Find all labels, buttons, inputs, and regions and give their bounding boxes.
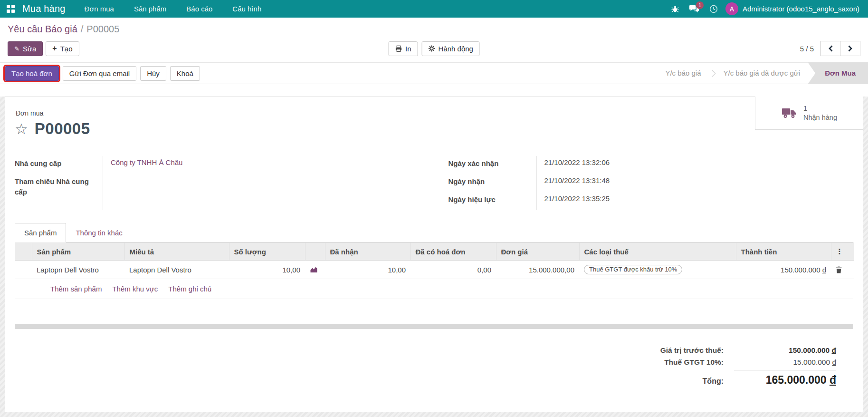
effective-date-value[interactable]: 21/10/2022 13:35:25: [537, 194, 610, 203]
subtotal-amount: 150.000.000: [781, 266, 820, 274]
nav-item-cau-hinh[interactable]: Cấu hình: [232, 5, 261, 13]
gear-icon: [429, 45, 435, 52]
order-lines-table: Sản phẩm Miêu tả Số lượng Đã nhận Đã có …: [15, 242, 854, 279]
breadcrumb-current: P00005: [86, 24, 119, 34]
untaxed-amount-label: Giá trị trước thuế:: [632, 346, 734, 355]
row-billed-cell[interactable]: 0,00: [410, 261, 496, 279]
tab-other-info[interactable]: Thông tin khác: [66, 223, 132, 242]
print-button[interactable]: In: [388, 41, 418, 56]
tax-amount-label: Thuế GTGT 10%:: [632, 358, 734, 367]
row-unit-price-cell[interactable]: 15.000.000,00: [496, 261, 579, 279]
forecast-chart-icon[interactable]: [305, 261, 325, 279]
pencil-icon: ✎: [14, 45, 19, 52]
row-description-cell[interactable]: Laptopn Dell Vostro: [124, 261, 229, 279]
effective-date-field-label: Ngày hiệu lực: [448, 194, 501, 205]
activities-clock-icon[interactable]: [709, 5, 718, 13]
stage-rfq-sent[interactable]: Y/c báo giá đã được gửi: [715, 62, 808, 84]
messages-icon[interactable]: 1: [689, 5, 699, 13]
confirm-date-value[interactable]: 21/10/2022 13:32:06: [537, 158, 610, 166]
taxes-column-header[interactable]: Các loại thuế: [579, 243, 736, 261]
control-panel: Yêu cầu Báo giá/P00005 ✎ Sửa + Tạo In Hà…: [0, 18, 868, 62]
received-column-header[interactable]: Đã nhận: [325, 243, 410, 261]
tax-tag[interactable]: Thuế GTGT được khấu trừ 10%: [584, 265, 682, 274]
document-name: P00005: [35, 120, 90, 138]
total-label: Tổng:: [632, 377, 734, 386]
top-navbar: Mua hàng Đơn mua Sản phẩm Báo cáo Cấu hì…: [0, 0, 868, 18]
totals-summary: Giá trị trước thuế: 150.000.000 đ Thuế G…: [632, 346, 836, 387]
favorite-star-icon[interactable]: ☆: [15, 122, 28, 136]
debug-bug-icon[interactable]: [671, 5, 679, 13]
edit-button-label: Sửa: [23, 45, 36, 53]
main-menu: Đơn mua Sản phẩm Báo cáo Cấu hình: [85, 5, 262, 13]
unit-price-column-header[interactable]: Đơn giá: [496, 243, 579, 261]
lock-button[interactable]: Khoá: [170, 66, 200, 81]
cancel-button[interactable]: Hủy: [140, 66, 166, 81]
print-button-label: In: [405, 45, 411, 53]
confirm-date-field-label: Ngày xác nhận: [448, 158, 505, 169]
table-footer-links: Thêm sản phẩm Thêm khu vực Thêm ghi chú: [15, 279, 853, 299]
create-invoice-button[interactable]: Tạo hoá đơn: [5, 66, 59, 81]
nav-item-san-pham[interactable]: Sản phẩm: [134, 5, 166, 13]
nav-item-don-mua[interactable]: Đơn mua: [85, 5, 114, 13]
receipt-stat-button[interactable]: 1 Nhận hàng: [755, 97, 863, 130]
delete-row-button[interactable]: [831, 261, 854, 279]
tab-products[interactable]: Sản phẩm: [15, 223, 66, 242]
receipt-date-value[interactable]: 21/10/2022 13:31:48: [537, 176, 610, 184]
stage-purchase-order-active[interactable]: Đơn Mua: [808, 62, 868, 84]
horizontal-scrollbar[interactable]: [15, 324, 853, 329]
status-stages: Y/c báo giá Y/c báo giá đã được gửi Đơn …: [658, 63, 868, 84]
action-button-label: Hành động: [439, 45, 473, 53]
quantity-column-header[interactable]: Số lượng: [229, 243, 305, 261]
row-product-cell[interactable]: Laptopn Dell Vostro: [32, 261, 124, 279]
untaxed-amount-value: 150.000.000 đ: [734, 346, 836, 355]
apps-menu-icon[interactable]: [7, 5, 15, 13]
breadcrumb: Yêu cầu Báo giá/P00005: [8, 24, 860, 35]
row-taxes-cell[interactable]: Thuế GTGT được khấu trừ 10%: [579, 261, 736, 279]
create-button-label: Tạo: [60, 45, 73, 53]
document-type-label: Đơn mua: [16, 109, 853, 117]
add-note-link[interactable]: Thêm ghi chú: [168, 285, 211, 293]
order-line-row[interactable]: Laptopn Dell Vostro Laptopn Dell Vostro …: [15, 261, 854, 279]
handle-column-header: [15, 243, 32, 261]
stage-separator-icon: [708, 69, 716, 77]
billed-column-header[interactable]: Đã có hoá đơn: [410, 243, 496, 261]
create-button[interactable]: + Tạo: [46, 41, 79, 56]
row-quantity-cell[interactable]: 10,00: [229, 261, 305, 279]
pager-next-button[interactable]: [840, 41, 860, 56]
description-column-header[interactable]: Miêu tả: [124, 243, 229, 261]
stage-rfq[interactable]: Y/c báo giá: [658, 62, 708, 84]
messages-count-badge: 1: [696, 1, 704, 9]
row-subtotal-cell: 150.000.000 đ: [736, 261, 831, 279]
receipt-label: Nhận hàng: [803, 113, 837, 122]
trash-icon: [836, 266, 842, 273]
subtotal-column-header[interactable]: Thành tiền: [736, 243, 831, 261]
breadcrumb-separator: /: [81, 24, 84, 34]
form-content: 1 Nhận hàng Đơn mua ☆ P00005 Nhà cung cấ…: [0, 97, 868, 417]
receipt-date-field-label: Ngày nhận: [448, 176, 491, 187]
form-sheet: Đơn mua ☆ P00005 Nhà cung cấp Tham chiếu…: [5, 97, 863, 412]
user-name: Administrator (odoo15_anglo_saxon): [743, 5, 859, 13]
subtotal-currency: đ: [822, 266, 826, 274]
action-button[interactable]: Hành động: [422, 41, 480, 56]
product-column-header[interactable]: Sản phẩm: [32, 243, 124, 261]
row-handle-cell: [15, 261, 32, 279]
receipt-count: 1: [803, 104, 837, 113]
pager-previous-button[interactable]: [820, 41, 840, 56]
right-field-group: Ngày xác nhận Ngày nhận Ngày hiệu lực 21…: [448, 156, 854, 210]
total-value: 165.000.000 đ: [734, 370, 836, 387]
vendor-value-link[interactable]: Công ty TNHH Á Châu: [103, 158, 182, 166]
add-product-link[interactable]: Thêm sản phẩm: [50, 285, 102, 293]
tax-amount-value: 15.000.000 đ: [734, 358, 836, 367]
edit-button[interactable]: ✎ Sửa: [8, 41, 43, 56]
breadcrumb-parent-link[interactable]: Yêu cầu Báo giá: [8, 24, 77, 34]
app-name[interactable]: Mua hàng: [22, 3, 66, 14]
truck-icon: [782, 107, 797, 119]
nav-item-bao-cao[interactable]: Báo cáo: [186, 5, 212, 13]
row-received-cell[interactable]: 10,00: [325, 261, 410, 279]
vendor-reference-field-label: Tham chiếu Nhà cung cấp: [15, 176, 103, 197]
send-by-email-button[interactable]: Gửi Đơn qua email: [63, 66, 136, 81]
pager-count: 5 / 5: [800, 45, 814, 53]
user-menu[interactable]: A Administrator (odoo15_anglo_saxon): [725, 2, 859, 15]
optional-columns-icon[interactable]: ⋮: [831, 243, 854, 261]
add-section-link[interactable]: Thêm khu vực: [112, 285, 158, 293]
